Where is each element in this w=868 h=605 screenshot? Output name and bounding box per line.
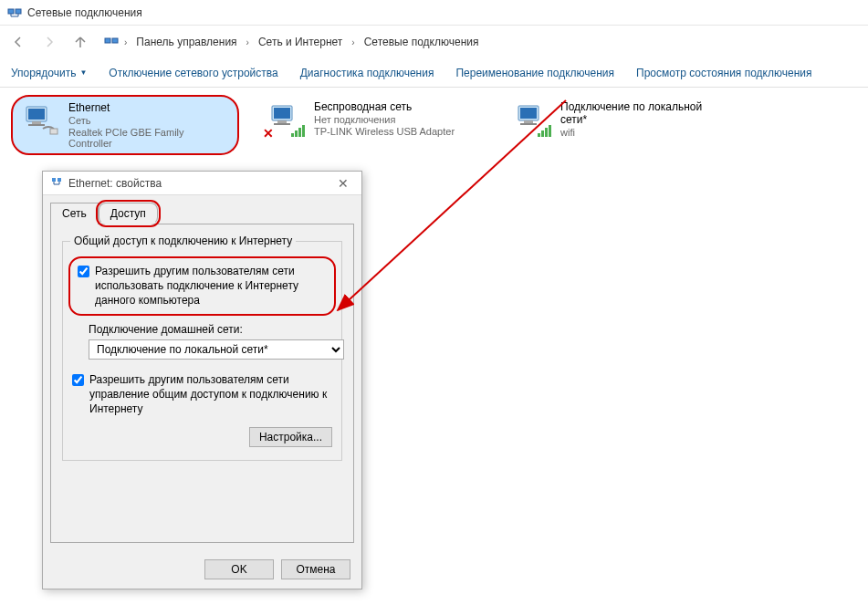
nav-bar: › Панель управления › Сеть и Интернет › …	[0, 26, 868, 58]
home-connection-label: Подключение домашней сети:	[89, 323, 332, 336]
dialog-titlebar[interactable]: Ethernet: свойства ✕	[43, 172, 361, 195]
allow-sharing-checkbox-row[interactable]: Разрешить другим пользователям сети испо…	[68, 256, 336, 316]
sharing-fieldset: Общий доступ к подключению к Интернету Р…	[62, 241, 342, 461]
breadcrumb-leaf[interactable]: Сетевые подключения	[361, 34, 483, 50]
svg-rect-18	[524, 120, 533, 123]
fieldset-legend: Общий доступ к подключению к Интернету	[70, 235, 296, 247]
ok-button[interactable]: OK	[204, 559, 274, 579]
chevron-right-icon[interactable]: ›	[245, 37, 251, 47]
svg-rect-1	[16, 9, 21, 14]
connection-status: Нет подключения	[314, 114, 455, 125]
svg-rect-19	[520, 123, 537, 125]
dialog-tabs: Сеть Доступ	[43, 195, 361, 224]
svg-rect-20	[52, 178, 56, 182]
connection-device: wifi	[560, 127, 723, 138]
connections-list: Ethernet Сеть Realtek PCIe GBE Family Co…	[0, 88, 868, 162]
connection-device: TP-LINK Wireless USB Adapter	[314, 126, 455, 137]
svg-rect-14	[277, 120, 287, 123]
svg-rect-0	[8, 9, 14, 14]
chevron-right-icon[interactable]: ›	[122, 37, 129, 47]
disable-device-button[interactable]: Отключение сетевого устройства	[109, 67, 277, 79]
allow-control-label: Разрешить другим пользователям сети упра…	[89, 372, 332, 417]
dialog-icon	[50, 175, 63, 191]
chevron-down-icon: ▼	[79, 68, 87, 77]
dialog-footer: OK Отмена	[43, 550, 361, 589]
allow-sharing-label: Разрешить другим пользователям сети испо…	[95, 264, 327, 308]
organize-label: Упорядочить	[11, 67, 76, 79]
toolbar: Упорядочить ▼ Отключение сетевого устрой…	[0, 58, 868, 88]
settings-button[interactable]: Настройка...	[249, 427, 332, 447]
dialog-body: Общий доступ к подключению к Интернету Р…	[50, 224, 354, 543]
svg-rect-15	[274, 123, 290, 125]
properties-dialog: Ethernet: свойства ✕ Сеть Доступ Общий д…	[42, 171, 362, 589]
svg-rect-13	[274, 108, 290, 119]
connection-ethernet[interactable]: Ethernet Сеть Realtek PCIe GBE Family Co…	[11, 95, 239, 155]
connection-name: Подключение по локальной сети*	[560, 100, 723, 126]
disconnected-icon: ✕	[263, 126, 274, 141]
svg-rect-5	[105, 38, 110, 43]
view-status-button[interactable]: Просмотр состояния подключения	[636, 67, 811, 79]
app-icon	[7, 5, 22, 20]
connection-name: Беспроводная сеть	[314, 100, 455, 113]
svg-rect-17	[520, 108, 537, 119]
wireless-icon: ✕	[267, 100, 305, 139]
dialog-title: Ethernet: свойства	[68, 177, 327, 190]
tab-network[interactable]: Сеть	[50, 203, 99, 224]
rename-button[interactable]: Переименование подключения	[455, 67, 614, 79]
svg-rect-9	[32, 121, 41, 124]
svg-rect-6	[112, 38, 118, 43]
window-title: Сетевые подключения	[27, 6, 142, 19]
diagnose-button[interactable]: Диагностика подключения	[300, 67, 434, 79]
connection-wireless[interactable]: ✕ Беспроводная сеть Нет подключения TP-L…	[257, 95, 486, 144]
connection-status: Сеть	[68, 115, 229, 126]
local-icon	[513, 100, 551, 139]
up-button[interactable]	[68, 29, 93, 55]
ethernet-icon	[21, 101, 59, 140]
back-button[interactable]	[5, 29, 31, 55]
location-icon	[104, 35, 119, 49]
close-button[interactable]: ✕	[332, 176, 354, 191]
breadcrumb-mid[interactable]: Сеть и Интернет	[255, 34, 346, 50]
window-titlebar: Сетевые подключения	[0, 0, 868, 26]
svg-rect-21	[58, 178, 61, 182]
organize-menu[interactable]: Упорядочить ▼	[11, 67, 87, 79]
chevron-right-icon[interactable]: ›	[350, 37, 356, 47]
tab-sharing[interactable]: Доступ	[99, 203, 158, 224]
svg-rect-10	[28, 124, 45, 126]
allow-control-checkbox-row[interactable]: Разрешить другим пользователям сети упра…	[72, 372, 332, 417]
allow-control-checkbox[interactable]	[72, 374, 84, 386]
breadcrumb-root[interactable]: Панель управления	[132, 34, 240, 50]
connection-local[interactable]: Подключение по локальной сети* wifi	[504, 95, 732, 144]
home-connection-select[interactable]: Подключение по локальной сети*	[89, 339, 344, 360]
svg-rect-11	[50, 129, 58, 134]
svg-rect-8	[28, 109, 45, 120]
cancel-button[interactable]: Отмена	[281, 559, 350, 579]
connection-name: Ethernet	[68, 101, 229, 114]
allow-sharing-checkbox[interactable]	[78, 266, 89, 277]
connection-device: Realtek PCIe GBE Family Controller	[68, 127, 229, 149]
breadcrumb[interactable]: › Панель управления › Сеть и Интернет › …	[99, 31, 863, 53]
forward-button[interactable]	[37, 29, 62, 55]
